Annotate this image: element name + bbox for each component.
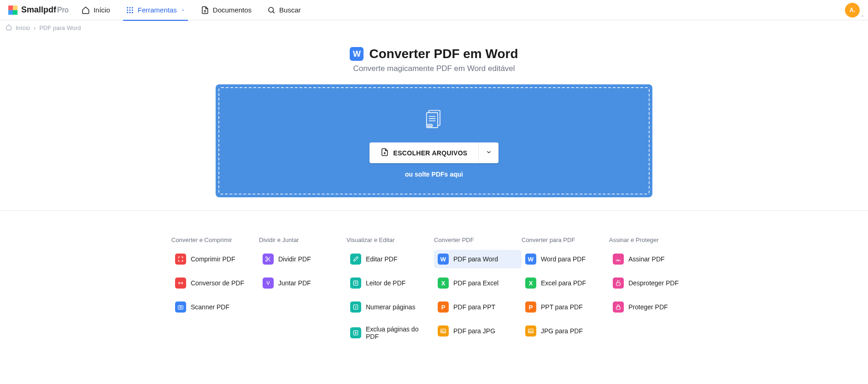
- tool-column: Converter PDFWPDF para WordXPDF para Exc…: [434, 236, 522, 349]
- tool-item-label: Desproteger PDF: [628, 279, 679, 287]
- brand-logo[interactable]: SmallpdfPro: [8, 5, 69, 15]
- x-letter-icon: X: [438, 278, 449, 289]
- x-letter-icon: X: [525, 278, 536, 289]
- tool-item-label: Proteger PDF: [628, 303, 668, 311]
- chevron-down-icon: [486, 149, 492, 157]
- tool-column-heading: Converter e Comprimir: [171, 236, 259, 243]
- nav-documents-label: Documentos: [213, 6, 252, 14]
- tool-item-label: Scanner PDF: [191, 303, 229, 311]
- tool-item-label: PDF para PPT: [453, 303, 495, 311]
- svg-point-1: [129, 7, 130, 8]
- tool-item-label: Exclua páginas do PDF: [366, 325, 430, 340]
- avatar-initials: A.: [850, 7, 855, 13]
- tool-item-label: Dividir PDF: [278, 255, 311, 263]
- number-icon: [350, 301, 361, 313]
- search-icon: [267, 6, 276, 14]
- tool-item[interactable]: Proteger PDF: [609, 298, 697, 316]
- tool-item[interactable]: Comprimir PDF: [171, 250, 259, 268]
- tool-item[interactable]: WWord para PDF: [522, 250, 609, 268]
- tool-column: Assinar e ProtegerAssinar PDFDesproteger…: [609, 236, 697, 349]
- tool-column-heading: Assinar e Proteger: [609, 236, 697, 243]
- tool-column-heading: Converter PDF: [434, 236, 522, 243]
- tool-item-label: Comprimir PDF: [191, 255, 235, 263]
- tool-item[interactable]: PPPT para PDF: [522, 298, 609, 316]
- merge-icon: [263, 278, 274, 289]
- tool-item-label: PDF para Word: [453, 255, 498, 263]
- file-upload-icon: [381, 148, 389, 158]
- tool-item[interactable]: Scanner PDF: [171, 298, 259, 316]
- logo-icon: [8, 6, 18, 15]
- read-icon: [350, 278, 361, 289]
- tool-item[interactable]: XPDF para Excel: [434, 274, 522, 292]
- tool-item[interactable]: XExcel para PDF: [522, 274, 609, 292]
- chevron-down-icon: [861, 13, 864, 19]
- tool-column-heading: Visualizar e Editar: [346, 236, 434, 243]
- file-dropzone[interactable]: PDF ESCOLHER ARQUIVOS ou solte PDFs aqui: [218, 87, 650, 195]
- tool-item-label: Editar PDF: [366, 255, 397, 263]
- image-icon: [525, 325, 536, 337]
- dropzone-hint: ou solte PDFs aqui: [219, 171, 649, 178]
- tool-column: Visualizar e EditarEditar PDFLeitor de P…: [346, 236, 434, 349]
- image-icon: [438, 325, 449, 337]
- tool-item[interactable]: JPG para PDF: [522, 322, 609, 340]
- tool-column: Converter para PDFWWord para PDFXExcel p…: [522, 236, 609, 349]
- w-letter-icon: W: [525, 254, 536, 265]
- breadcrumb-current: PDF para Word: [39, 24, 81, 31]
- home-icon: [82, 6, 90, 14]
- tool-item[interactable]: PPDF para PPT: [434, 298, 522, 316]
- tool-item[interactable]: Editar PDF: [346, 250, 434, 268]
- unlock-icon: [613, 278, 624, 289]
- svg-point-5: [132, 9, 133, 11]
- choose-files-dropdown[interactable]: [478, 142, 499, 163]
- tool-item-label: JPG para PDF: [541, 327, 583, 335]
- documents-icon: PDF: [219, 107, 649, 133]
- tool-item-label: Excel para PDF: [541, 279, 586, 287]
- svg-point-0: [127, 7, 128, 8]
- svg-point-9: [269, 7, 274, 12]
- tool-column: Converter e ComprimirComprimir PDFConver…: [171, 236, 259, 349]
- breadcrumb: Início › PDF para Word: [0, 20, 868, 35]
- tool-item-label: PPT para PDF: [541, 303, 583, 311]
- tool-item-label: PDF para Excel: [453, 279, 499, 287]
- nav-documents[interactable]: Documentos: [201, 0, 252, 20]
- choose-files-button[interactable]: ESCOLHER ARQUIVOS: [369, 142, 479, 163]
- sign-icon: [613, 254, 624, 265]
- page-subtitle: Converte magicamente PDF em Word editáve…: [0, 64, 868, 73]
- svg-point-8: [132, 12, 133, 13]
- scissors-icon: [263, 254, 274, 265]
- svg-point-2: [132, 7, 133, 8]
- camera-icon: [175, 301, 186, 313]
- tool-item[interactable]: Assinar PDF: [609, 250, 697, 268]
- nav-home-label: Início: [94, 6, 110, 14]
- breadcrumb-separator: ›: [34, 24, 35, 31]
- tool-item[interactable]: PDF para JPG: [434, 322, 522, 340]
- tool-column-heading: Converter para PDF: [522, 236, 609, 243]
- nav-search-label: Buscar: [279, 6, 301, 14]
- delete-icon: [350, 327, 361, 338]
- svg-point-6: [127, 12, 128, 13]
- tool-item[interactable]: Desproteger PDF: [609, 274, 697, 292]
- user-avatar[interactable]: A.: [845, 3, 860, 18]
- tool-item[interactable]: Juntar PDF: [259, 274, 346, 292]
- nav-tools[interactable]: Ferramentas: [126, 0, 185, 20]
- tool-item-label: Leitor de PDF: [366, 279, 405, 287]
- tool-item[interactable]: WPDF para Word: [434, 250, 522, 268]
- tool-item[interactable]: Numerar páginas: [346, 298, 434, 316]
- nav-home[interactable]: Início: [82, 0, 110, 20]
- convert-icon: [175, 278, 186, 289]
- p-letter-icon: P: [438, 301, 449, 313]
- svg-point-4: [129, 9, 130, 11]
- tool-column: Dividir e JuntarDividir PDFJuntar PDF: [259, 236, 346, 349]
- tool-item[interactable]: Conversor de PDF: [171, 274, 259, 292]
- tool-item-label: Juntar PDF: [278, 279, 311, 287]
- tool-item[interactable]: Dividir PDF: [259, 250, 346, 268]
- w-letter-icon: W: [438, 254, 449, 265]
- lock-icon: [613, 301, 624, 313]
- breadcrumb-home[interactable]: Início: [16, 24, 30, 31]
- nav-search[interactable]: Buscar: [267, 0, 301, 20]
- tool-item[interactable]: Exclua páginas do PDF: [346, 322, 434, 344]
- svg-point-3: [127, 9, 128, 11]
- tool-item[interactable]: Leitor de PDF: [346, 274, 434, 292]
- brand-name: SmallpdfPro: [21, 5, 69, 15]
- compress-icon: [175, 254, 186, 265]
